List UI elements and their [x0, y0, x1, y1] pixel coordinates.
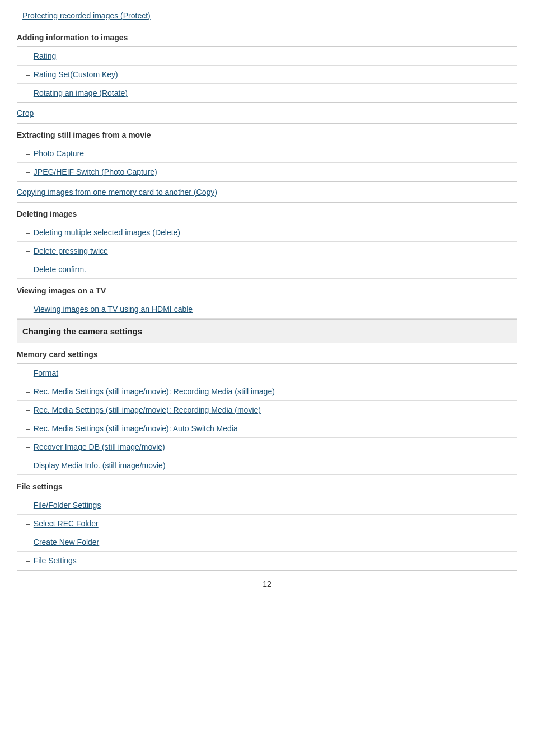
protecting-recorded-link[interactable]: Protecting recorded images (Protect) — [22, 11, 151, 20]
list-item: Rec. Media Settings (still image/movie):… — [17, 419, 517, 438]
jpeg-heif-link[interactable]: JPEG/HEIF Switch (Photo Capture) — [34, 167, 157, 176]
create-new-folder-link[interactable]: Create New Folder — [34, 538, 100, 547]
delete-multiple-link[interactable]: Deleting multiple selected images (Delet… — [34, 228, 180, 237]
recover-image-db-link[interactable]: Recover Image DB (still image/movie) — [34, 442, 165, 451]
section-extracting-still: Extracting still images from a movie Pho… — [17, 124, 517, 182]
rec-media-movie-link[interactable]: Rec. Media Settings (still image/movie):… — [34, 405, 261, 414]
list-item: Recover Image DB (still image/movie) — [17, 438, 517, 456]
rec-media-auto-switch-link[interactable]: Rec. Media Settings (still image/movie):… — [34, 424, 238, 433]
list-item: Viewing images on a TV using an HDMI cab… — [17, 300, 517, 319]
display-media-info-link[interactable]: Display Media Info. (still image/movie) — [34, 461, 166, 470]
section-viewing-tv: Viewing images on a TV Viewing images on… — [17, 279, 517, 319]
section-heading-viewing-tv: Viewing images on a TV — [17, 279, 517, 300]
copying-images-row: Copying images from one memory card to a… — [17, 182, 517, 203]
list-item: Display Media Info. (still image/movie) — [17, 456, 517, 475]
list-item: Photo Capture — [17, 144, 517, 163]
list-item: Delete confirm. — [17, 260, 517, 279]
section-heading-deleting: Deleting images — [17, 203, 517, 223]
list-item: Rating Set(Custom Key) — [17, 66, 517, 84]
crop-link[interactable]: Crop — [17, 109, 34, 118]
list-item: Rec. Media Settings (still image/movie):… — [17, 382, 517, 401]
top-link-row: Protecting recorded images (Protect) — [17, 6, 517, 26]
section-heading-adding-info: Adding information to images — [17, 26, 517, 47]
list-item: Create New Folder — [17, 533, 517, 552]
list-item: Delete pressing twice — [17, 242, 517, 260]
section-adding-info: Adding information to images Rating Rati… — [17, 26, 517, 103]
rec-media-still-link[interactable]: Rec. Media Settings (still image/movie):… — [34, 387, 275, 396]
file-settings-link[interactable]: File Settings — [34, 556, 77, 565]
section-heading-file-settings: File settings — [17, 475, 517, 496]
rating-link[interactable]: Rating — [34, 52, 56, 60]
list-item: JPEG/HEIF Switch (Photo Capture) — [17, 163, 517, 181]
list-item: Format — [17, 364, 517, 382]
crop-row: Crop — [17, 103, 517, 124]
page-container: Protecting recorded images (Protect) Add… — [0, 0, 534, 610]
changing-camera-section-heading: Changing the camera settings — [17, 319, 517, 343]
list-item: Deleting multiple selected images (Delet… — [17, 223, 517, 242]
section-heading-extracting: Extracting still images from a movie — [17, 124, 517, 144]
list-item: File/Folder Settings — [17, 496, 517, 515]
list-item: File Settings — [17, 552, 517, 570]
viewing-hdmi-link[interactable]: Viewing images on a TV using an HDMI cab… — [34, 305, 193, 314]
list-item: Rec. Media Settings (still image/movie):… — [17, 401, 517, 419]
copying-images-link[interactable]: Copying images from one memory card to a… — [17, 188, 217, 197]
delete-confirm-link[interactable]: Delete confirm. — [34, 265, 86, 274]
section-file-settings: File settings File/Folder Settings Selec… — [17, 475, 517, 571]
list-item: Rotating an image (Rotate) — [17, 84, 517, 102]
rotating-image-link[interactable]: Rotating an image (Rotate) — [34, 88, 128, 97]
section-memory-card: Memory card settings Format Rec. Media S… — [17, 343, 517, 475]
rating-set-link[interactable]: Rating Set(Custom Key) — [34, 70, 118, 79]
file-folder-settings-link[interactable]: File/Folder Settings — [34, 501, 101, 510]
format-link[interactable]: Format — [34, 368, 58, 377]
select-rec-folder-link[interactable]: Select REC Folder — [34, 519, 99, 528]
list-item: Rating — [17, 47, 517, 66]
list-item: Select REC Folder — [17, 515, 517, 533]
photo-capture-link[interactable]: Photo Capture — [34, 149, 84, 158]
section-heading-memory-card: Memory card settings — [17, 343, 517, 364]
delete-pressing-twice-link[interactable]: Delete pressing twice — [34, 246, 108, 255]
section-deleting-images: Deleting images Deleting multiple select… — [17, 203, 517, 279]
page-number: 12 — [17, 571, 517, 593]
